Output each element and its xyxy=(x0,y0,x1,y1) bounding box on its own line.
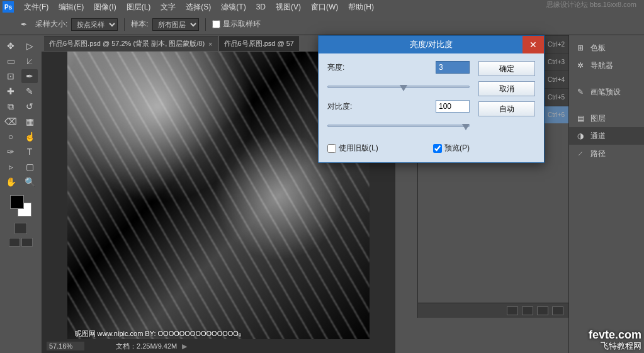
tab-document-1[interactable]: 作品6号原图.psd @ 57.2% (背景 副本, 图层蒙版/8)× xyxy=(44,36,218,51)
status-bar: 57.16% 文档：2.25M/9.42M ▶ xyxy=(42,339,395,353)
tools-panel: ✥ ▷ ▭ ⟀ ⊡ ✒ ✚ ✎ ⧉ ↺ ⌫ ▦ ○ ☝ ✑ T ▹ ▢ ✋ 🔍 xyxy=(0,35,42,353)
navigator-icon: ✲ xyxy=(575,61,585,70)
dialog-title-bar[interactable]: 亮度/对比度 ✕ xyxy=(319,36,544,53)
menu-type[interactable]: 文字 xyxy=(155,2,181,13)
separator xyxy=(205,18,206,31)
brush-icon: ✎ xyxy=(575,87,585,96)
watermark-top: 思缘设计论坛 bbs.16xx8.com xyxy=(546,0,636,9)
menu-window[interactable]: 窗口(W) xyxy=(306,2,343,13)
hand-tool[interactable]: ✋ xyxy=(3,175,19,189)
gradient-tool[interactable]: ▦ xyxy=(21,115,38,128)
panel-tab-brushes[interactable]: ✎画笔预设 xyxy=(569,83,644,101)
direct-select-tool[interactable]: ▹ xyxy=(3,160,19,174)
eyedropper-icon: ✒ xyxy=(18,20,30,29)
brightness-input[interactable] xyxy=(436,61,470,74)
contrast-input[interactable] xyxy=(436,100,470,113)
sample-size-label: 采样大小: xyxy=(35,19,67,30)
eraser-tool[interactable]: ⌫ xyxy=(3,115,19,128)
contrast-slider[interactable] xyxy=(327,120,470,132)
menu-edit[interactable]: 编辑(E) xyxy=(54,2,89,13)
menu-file[interactable]: 文件(F) xyxy=(19,2,54,13)
contrast-label: 对比度: xyxy=(327,101,359,112)
color-swatch[interactable] xyxy=(10,195,31,216)
legacy-checkbox[interactable]: 使用旧版(L) xyxy=(327,143,378,154)
menu-filter[interactable]: 滤镜(T) xyxy=(216,2,251,13)
brightness-label: 亮度: xyxy=(327,62,359,73)
channels-icon: ◑ xyxy=(575,132,585,140)
eyedropper-tool[interactable]: ✒ xyxy=(21,69,38,83)
ok-button[interactable]: 确定 xyxy=(478,61,535,76)
right-panel-list: ⊞色板 ✲导航器 ✎画笔预设 ▤图层 ◑通道 ⟋路径 xyxy=(568,35,644,353)
delete-channel-button[interactable] xyxy=(552,306,563,315)
menu-layer[interactable]: 图层(L) xyxy=(121,2,156,13)
type-tool[interactable]: T xyxy=(21,145,38,159)
swatches-icon: ⊞ xyxy=(575,43,585,52)
foreground-color[interactable] xyxy=(10,195,24,209)
quick-mask-toggle[interactable] xyxy=(14,223,27,234)
panel-footer xyxy=(418,303,568,318)
menu-select[interactable]: 选择(S) xyxy=(181,2,216,13)
paths-icon: ⟋ xyxy=(575,149,585,158)
save-selection-button[interactable] xyxy=(522,306,533,315)
pen-tool[interactable]: ✑ xyxy=(3,145,19,159)
shortcut-label: Ctrl+5 xyxy=(548,94,565,101)
move-tool[interactable]: ✥ xyxy=(3,39,19,53)
close-button[interactable]: ✕ xyxy=(523,36,544,53)
preview-checkbox[interactable]: 预览(P) xyxy=(433,143,470,154)
show-ring-checkbox[interactable]: 显示取样环 xyxy=(212,19,261,30)
dodge-tool[interactable]: ○ xyxy=(3,130,19,143)
marquee-tool[interactable]: ▭ xyxy=(3,54,19,68)
new-channel-button[interactable] xyxy=(537,306,548,315)
lasso-tool[interactable]: ⟀ xyxy=(21,54,38,68)
load-selection-button[interactable] xyxy=(507,306,518,315)
menu-view[interactable]: 视图(V) xyxy=(271,2,306,13)
image-credit: 昵图网 www.nipic.com BY: OOOOOOOOOOOOOOO₀ xyxy=(75,329,241,339)
panel-tab-channels[interactable]: ◑通道 xyxy=(569,127,644,145)
auto-button[interactable]: 自动 xyxy=(478,101,535,116)
separator xyxy=(124,18,125,31)
menu-help[interactable]: 帮助(H) xyxy=(343,2,379,13)
tab-document-2[interactable]: 作品6号原图.psd @ 57 xyxy=(219,36,299,51)
screen-mode[interactable] xyxy=(9,238,33,247)
sample-size-select[interactable]: 按点采样 xyxy=(71,18,118,31)
path-arrow-tool[interactable]: ▷ xyxy=(21,39,38,53)
brightness-contrast-dialog: 亮度/对比度 ✕ 亮度: 对比度: 使用旧版(L) 预览(P) xyxy=(318,35,545,163)
crop-tool[interactable]: ⊡ xyxy=(3,69,19,83)
shortcut-label: Ctrl+4 xyxy=(548,76,565,83)
healing-tool[interactable]: ✚ xyxy=(3,84,19,98)
panel-tab-navigator[interactable]: ✲导航器 xyxy=(569,57,644,74)
panel-tab-paths[interactable]: ⟋路径 xyxy=(569,145,644,162)
doc-size: 文档：2.25M/9.42M xyxy=(116,342,177,351)
menu-3d[interactable]: 3D xyxy=(251,3,271,11)
shape-tool[interactable]: ▢ xyxy=(21,160,38,174)
close-icon[interactable]: × xyxy=(208,40,212,48)
dialog-title: 亮度/对比度 xyxy=(410,39,453,50)
sample-layers-select[interactable]: 所有图层 xyxy=(152,18,199,31)
cancel-button[interactable]: 取消 xyxy=(478,81,535,96)
options-bar: ✒ 采样大小: 按点采样 样本: 所有图层 显示取样环 xyxy=(0,14,644,35)
history-brush-tool[interactable]: ↺ xyxy=(21,99,38,113)
app-logo: Ps xyxy=(3,1,14,13)
shortcut-label: Ctrl+6 xyxy=(548,111,565,118)
layers-icon: ▤ xyxy=(575,114,585,123)
zoom-tool[interactable]: 🔍 xyxy=(21,175,38,189)
sample-label: 样本: xyxy=(131,19,148,30)
brush-tool[interactable]: ✎ xyxy=(21,84,38,98)
smudge-tool[interactable]: ☝ xyxy=(21,130,38,143)
status-menu-arrow[interactable]: ▶ xyxy=(182,342,187,350)
panel-tab-layers[interactable]: ▤图层 xyxy=(569,109,644,127)
stamp-tool[interactable]: ⧉ xyxy=(3,99,19,113)
menu-image[interactable]: 图像(I) xyxy=(89,2,121,13)
menu-bar: Ps 文件(F) 编辑(E) 图像(I) 图层(L) 文字 选择(S) 滤镜(T… xyxy=(0,0,644,14)
shortcut-label: Ctrl+2 xyxy=(548,41,565,48)
zoom-level[interactable]: 57.16% xyxy=(47,342,84,350)
shortcut-label: Ctrl+3 xyxy=(548,59,565,65)
watermark-logo: fevte.com 飞特教程网 xyxy=(589,329,641,350)
panel-tab-swatches[interactable]: ⊞色板 xyxy=(569,39,644,57)
brightness-slider[interactable] xyxy=(327,81,470,92)
